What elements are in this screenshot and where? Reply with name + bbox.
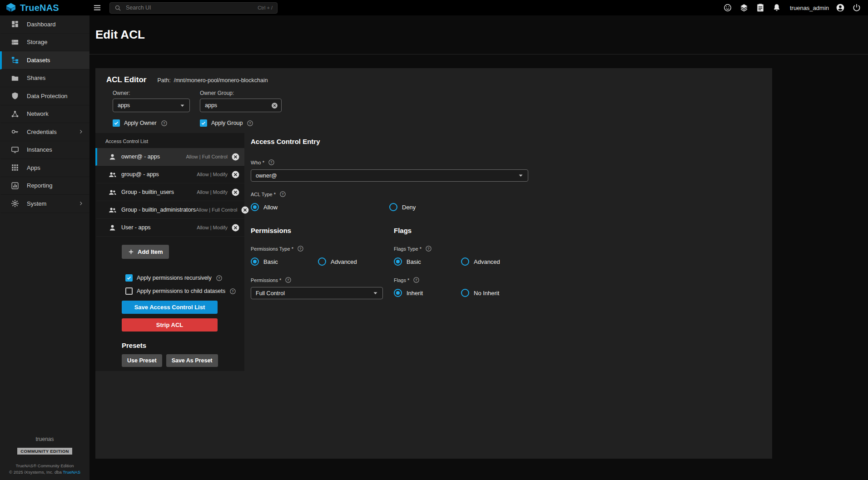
help-icon[interactable]: ?: [161, 120, 168, 127]
save-acl-button[interactable]: Save Access Control List: [122, 301, 218, 314]
owner-group-input[interactable]: [205, 102, 271, 109]
brand-text: TrueNAS: [20, 3, 59, 13]
radio-deny[interactable]: Deny: [389, 203, 416, 211]
help-icon[interactable]: ?: [413, 277, 420, 283]
product-line: TrueNAS® Community Edition: [0, 463, 89, 468]
search-shortcut-hint: Ctrl + /: [258, 5, 273, 10]
sidebar: Dashboard Storage Datasets Shares Data P…: [0, 15, 89, 480]
tasks-button[interactable]: [753, 0, 768, 15]
help-icon[interactable]: ?: [285, 277, 292, 283]
who-select-value: owner@: [256, 173, 516, 179]
cancel-icon[interactable]: [231, 153, 240, 161]
ace-list-item[interactable]: Group - builtin_administrators Allow | F…: [95, 201, 244, 219]
sidebar-item-shares[interactable]: Shares: [0, 69, 89, 88]
monitor-icon: [11, 146, 19, 154]
svg-text:?: ?: [282, 192, 284, 196]
apply-group-checkbox[interactable]: [200, 119, 207, 127]
radio-flags-type-advanced[interactable]: Advanced: [461, 257, 500, 266]
radio-flags-no-inherit[interactable]: No Inherit: [461, 289, 499, 297]
search-input[interactable]: [125, 4, 254, 11]
sidebar-item-datasets[interactable]: Datasets: [0, 51, 89, 69]
power-button[interactable]: [849, 0, 864, 15]
notifications-button[interactable]: [769, 0, 784, 15]
sidebar-item-label: Data Protection: [27, 93, 68, 99]
radio-label: Deny: [402, 204, 416, 211]
flags-type-label: Flags Type *: [394, 246, 422, 252]
access-control-entry-panel: Access Control Entry Who * ? owner@ ACL …: [244, 133, 772, 459]
owner-group-field[interactable]: [200, 99, 282, 112]
apply-to-children-option: Apply permissions to child datasets ?: [125, 287, 244, 295]
radio-label: Basic: [263, 258, 278, 265]
use-preset-button[interactable]: Use Preset: [122, 354, 162, 367]
truenas-link[interactable]: TrueNAS: [63, 470, 80, 475]
group-icon: [108, 206, 117, 214]
sidebar-item-credentials[interactable]: Credentials: [0, 123, 89, 141]
ace-permission: Allow | Modify: [197, 189, 231, 195]
apply-to-children-checkbox[interactable]: [125, 287, 133, 295]
radio-icon: [251, 203, 259, 211]
permissions-select[interactable]: Full Control: [251, 287, 383, 299]
ace-list-item[interactable]: group@ - apps Allow | Modify: [95, 166, 244, 183]
help-icon[interactable]: ?: [247, 120, 253, 127]
clear-icon[interactable]: [271, 102, 278, 109]
add-item-label: Add Item: [138, 248, 163, 255]
user-avatar-icon: [836, 3, 845, 12]
radio-icon: [394, 289, 402, 297]
account-button[interactable]: [833, 0, 848, 15]
help-icon[interactable]: ?: [216, 275, 223, 282]
truenas-logo[interactable]: TrueNAS: [0, 2, 89, 13]
help-icon[interactable]: ?: [297, 245, 304, 252]
ace-list-item[interactable]: owner@ - apps Allow | Full Control: [95, 148, 244, 166]
jobs-button[interactable]: [736, 0, 752, 15]
sidebar-item-dashboard[interactable]: Dashboard: [0, 15, 89, 34]
radio-flags-inherit[interactable]: Inherit: [394, 289, 461, 297]
cancel-icon[interactable]: [231, 188, 240, 197]
radio-permissions-type-basic[interactable]: Basic: [251, 257, 318, 266]
help-icon[interactable]: ?: [229, 288, 236, 295]
sidebar-item-label: Dashboard: [27, 21, 56, 28]
global-search[interactable]: Ctrl + /: [109, 2, 278, 14]
svg-text:?: ?: [232, 289, 234, 293]
apps-grid-icon: [11, 163, 19, 172]
apply-group-option: Apply Group ?: [200, 119, 287, 127]
radio-icon: [389, 203, 397, 211]
radio-permissions-type-advanced[interactable]: Advanced: [318, 257, 357, 266]
datasets-icon: [11, 56, 19, 64]
sidebar-item-instances[interactable]: Instances: [0, 141, 89, 159]
help-icon[interactable]: ?: [268, 159, 275, 166]
help-icon[interactable]: ?: [279, 191, 286, 198]
sidebar-item-label: Network: [27, 110, 49, 117]
add-item-button[interactable]: Add Item: [122, 245, 169, 259]
sidebar-item-network[interactable]: Network: [0, 105, 89, 124]
key-icon: [11, 128, 19, 136]
ace-list-item[interactable]: User - apps Allow | Modify: [95, 219, 244, 237]
ace-list-item[interactable]: Group - builtin_users Allow | Modify: [95, 183, 244, 201]
sidebar-item-apps[interactable]: Apps: [0, 159, 89, 177]
feedback-button[interactable]: [720, 0, 735, 15]
help-icon[interactable]: ?: [425, 245, 432, 252]
radio-allow[interactable]: Allow: [251, 203, 389, 211]
apply-owner-checkbox[interactable]: [113, 119, 120, 127]
who-select[interactable]: owner@: [251, 169, 528, 182]
page-header: Edit ACL: [89, 15, 868, 54]
search-icon: [114, 5, 121, 11]
strip-acl-button[interactable]: Strip ACL: [122, 318, 218, 332]
sidebar-item-data-protection[interactable]: Data Protection: [0, 87, 89, 105]
feedback-smiley-icon: [723, 3, 732, 12]
chevron-down-icon: [516, 171, 525, 180]
menu-icon: [93, 3, 102, 12]
cancel-icon[interactable]: [231, 223, 240, 232]
ace-name: group@ - apps: [121, 171, 159, 178]
cancel-icon[interactable]: [231, 170, 240, 179]
radio-flags-type-basic[interactable]: Basic: [394, 257, 461, 266]
save-as-preset-button[interactable]: Save As Preset: [166, 354, 218, 367]
sidebar-item-system[interactable]: System: [0, 195, 89, 213]
menu-toggle-button[interactable]: [89, 0, 105, 15]
ace-permission: Allow | Modify: [197, 172, 231, 177]
dataset-path: Path: /mnt/monero-pool/monero-blockchain: [157, 77, 268, 84]
owner-select[interactable]: apps: [113, 99, 190, 112]
apply-recursively-checkbox[interactable]: [125, 274, 133, 282]
sidebar-item-storage[interactable]: Storage: [0, 34, 89, 52]
sidebar-item-reporting[interactable]: Reporting: [0, 177, 89, 195]
permissions-select-value: Full Control: [256, 290, 371, 297]
